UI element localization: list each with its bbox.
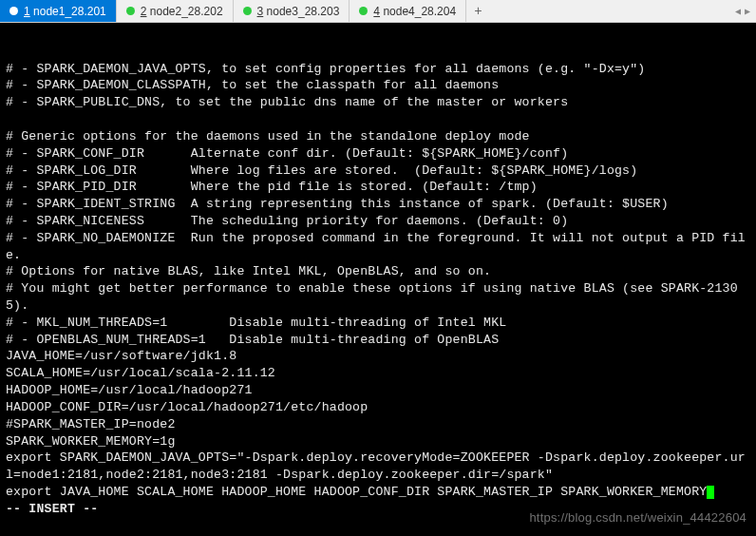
tab-num: 1 [24,5,30,18]
nav-right-icon[interactable]: ▶ [745,6,750,17]
tab-label: node4_28.204 [383,5,456,18]
terminal-line: SCALA_HOME=/usr/local/scala-2.11.12 [6,365,750,382]
tab-label: node3_28.203 [267,5,340,18]
terminal-line: # - SPARK_NO_DAEMONIZE Run the proposed … [6,230,750,264]
nav-left-icon[interactable]: ◀ [735,6,741,17]
terminal-line [6,111,750,128]
vim-status-line: -- INSERT -- [6,501,750,518]
terminal-line: # - SPARK_PID_DIR Where the pid file is … [6,179,750,196]
tab-label: node1_28.201 [33,5,106,18]
terminal-line: HADOOP_HOME=/usr/local/hadoop271 [6,382,750,399]
tab-node1[interactable]: 1 node1_28.201 [0,0,117,22]
terminal-line: # - SPARK_CONF_DIR Alternate conf dir. (… [6,145,750,163]
tab-nav: ◀ ▶ [729,0,756,22]
terminal-line: export JAVA_HOME SCALA_HOME HADOOP_HOME … [6,484,750,501]
tab-node4[interactable]: 4 node4_28.204 [350,0,466,22]
terminal-line: # - SPARK_LOG_DIR Where log files are st… [6,163,750,180]
terminal-line: SPARK_WORKER_MEMORY=1g [6,433,750,450]
status-dot-icon [359,7,368,15]
terminal-line: #SPARK_MASTER_IP=node2 [6,416,750,433]
terminal-line: # - MKL_NUM_THREADS=1 Disable multi-thre… [6,315,750,332]
tab-num: 4 [373,5,380,18]
terminal-line: JAVA_HOME=/usr/software/jdk1.8 [6,348,750,365]
terminal-line: # - SPARK_PUBLIC_DNS, to set the public … [6,94,750,111]
terminal-line: # - SPARK_IDENT_STRING A string represen… [6,196,750,213]
terminal-line: export SPARK_DAEMON_JAVA_OPTS="-Dspark.d… [6,450,750,484]
tab-label: node2_28.202 [150,5,223,18]
terminal-line: # Generic options for the daemons used i… [6,128,750,145]
terminal-pane[interactable]: # - SPARK_DAEMON_JAVA_OPTS, to set confi… [0,23,756,536]
tab-node3[interactable]: 3 node3_28.203 [234,0,350,22]
tab-num: 2 [141,5,147,18]
terminal-line: # - SPARK_NICENESS The scheduling priori… [6,213,750,230]
status-dot-icon [126,7,135,15]
cursor-icon [707,486,714,499]
terminal-line: # - OPENBLAS_NUM_THREADS=1 Disable multi… [6,332,750,349]
status-dot-icon [243,7,252,15]
terminal-line: HADOOP_CONF_DIR=/usr/local/hadoop271/etc… [6,399,750,416]
tab-bar: 1 node1_28.201 2 node2_28.202 3 node3_28… [0,0,756,23]
terminal-line: # Options for native BLAS, like Intel MK… [6,263,750,280]
terminal-content: # - SPARK_DAEMON_JAVA_OPTS, to set confi… [6,61,750,518]
tab-node2[interactable]: 2 node2_28.202 [117,0,234,22]
add-tab-button[interactable]: + [466,0,489,22]
tab-num: 3 [257,5,264,18]
status-dot-icon [9,7,18,15]
terminal-line: # You might get better performance to en… [6,280,750,315]
terminal-line: # - SPARK_DAEMON_CLASSPATH, to set the c… [6,77,750,94]
terminal-line: # - SPARK_DAEMON_JAVA_OPTS, to set confi… [6,61,750,78]
